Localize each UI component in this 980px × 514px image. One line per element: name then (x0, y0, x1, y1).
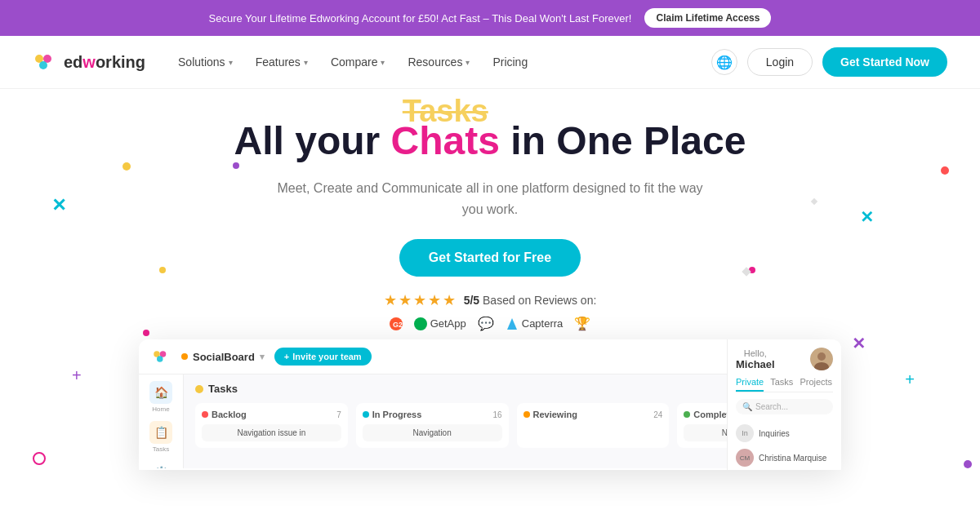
sidebar-item-home[interactable]: 🏠 Home (149, 381, 172, 413)
app-content: 🏠 Home 📋 Tasks ⚙️ Tasks (139, 374, 841, 468)
hero-animated-word: Tasks Chats (391, 118, 500, 163)
deco-dot-3 (159, 267, 166, 273)
panel-search[interactable]: 🔍 Search... (736, 399, 833, 414)
banner-text: Secure Your Lifetime Edworking Account f… (209, 12, 632, 24)
nav-resources[interactable]: Resources ▾ (408, 55, 470, 69)
nav-features[interactable]: Features ▾ (256, 55, 308, 69)
hello-panel: Hello, Michael Private Tasks Project (727, 374, 841, 468)
review-g2: G2 (390, 317, 403, 330)
svg-point-2 (39, 61, 47, 69)
deco-dot-5 (941, 166, 949, 175)
svg-point-5 (414, 317, 427, 330)
navbar: edworking Solutions ▾ Features ▾ Compare… (0, 36, 980, 89)
search-mini-icon: 🔍 (742, 402, 752, 411)
workspace-dot (181, 353, 188, 360)
compare-chevron: ▾ (381, 58, 385, 67)
chat-item-christina[interactable]: CM Christina Marquise (736, 445, 833, 468)
resources-chevron: ▾ (466, 58, 470, 67)
task-column-backlog: Backlog 7 Navigation issue in (195, 403, 348, 448)
star-rating: ★★★★★ (384, 291, 457, 309)
hero-cta-button[interactable]: Get Started for Free (399, 239, 581, 277)
deco-dot-1 (122, 162, 131, 171)
sidebar-item-tasks[interactable]: 📋 Tasks (149, 421, 172, 453)
solutions-chevron: ▾ (229, 58, 233, 67)
language-button[interactable]: 🌐 (711, 49, 737, 75)
christina-avatar: CM (736, 449, 754, 467)
hero-prefix: All your (234, 119, 381, 162)
deco-dot-7 (964, 460, 972, 468)
hero-section: ✕ + ✕ ✕ + ✕ All your Tasks Chats in One … (0, 89, 980, 486)
inquiries-avatar: In (736, 424, 754, 442)
svg-point-9 (157, 357, 163, 363)
login-button[interactable]: Login (747, 48, 813, 76)
deco-x-4: ✕ (852, 334, 866, 353)
backlog-card: Navigation issue in (202, 424, 341, 441)
workspace-chevron: ▾ (260, 352, 265, 362)
app-logo-mini (152, 349, 172, 364)
tab-private[interactable]: Private (736, 377, 764, 392)
nav-actions: 🌐 Login Get Started Now (711, 47, 947, 77)
review-producthunt: 🏆 (574, 316, 590, 331)
g2-icon: G2 (390, 317, 403, 330)
getapp-icon (414, 317, 427, 330)
deco-dot-6 (749, 267, 755, 273)
nav-pricing[interactable]: Pricing (492, 55, 528, 69)
svg-marker-6 (507, 318, 517, 330)
tasks-title: Tasks (195, 383, 238, 395)
hero-title: All your Tasks Chats in One Place (16, 118, 964, 163)
app-preview: SocialBoard ▾ + Invite your team 🔍 + 🔔 🏠… (139, 339, 841, 470)
top-banner: Secure Your Lifetime Edworking Account f… (0, 0, 980, 36)
logo-text: edworking (64, 53, 145, 72)
tasks-dot (195, 385, 203, 393)
inprogress-card: Navigation (363, 424, 502, 441)
review-capterra: Capterra (506, 317, 564, 330)
nav-solutions[interactable]: Solutions ▾ (178, 55, 233, 69)
get-started-nav-button[interactable]: Get Started Now (822, 47, 947, 77)
task-column-inprogress: In Progress 16 Navigation (356, 403, 509, 448)
tab-projects[interactable]: Projects (800, 377, 832, 392)
review-getapp: GetApp (414, 317, 466, 330)
review-trustpilot: 💬 (478, 316, 494, 331)
reviews-row: ★★★★★ 5/5 Based on Reviews on: (16, 291, 964, 309)
deco-plus-1: + (72, 366, 82, 385)
rating-text: 5/5 Based on Reviews on: (464, 294, 597, 307)
tab-tasks[interactable]: Tasks (770, 377, 793, 392)
tasks-icon: 📋 (154, 426, 168, 439)
invite-team-button[interactable]: + Invite your team (274, 348, 372, 366)
logo[interactable]: edworking (33, 52, 145, 72)
globe-icon: 🌐 (716, 55, 733, 70)
workspace-name: SocialBoard ▾ (181, 351, 265, 363)
capterra-icon (506, 317, 519, 330)
trustpilot-icon: 💬 (478, 316, 494, 331)
hero-subtitle: Meet, Create and Communicate all in one … (16, 178, 964, 219)
deco-circle-1 (33, 452, 46, 465)
home-icon: 🏠 (154, 386, 168, 399)
backlog-dot (202, 411, 208, 418)
hero-suffix: in One Place (510, 119, 746, 162)
nav-links: Solutions ▾ Features ▾ Compare ▾ Resourc… (178, 55, 711, 69)
settings-icon: ⚙️ (154, 466, 168, 468)
plus-icon: + (284, 352, 289, 361)
inprogress-dot (363, 411, 369, 418)
panel-tabs: Private Tasks Projects (736, 377, 833, 392)
app-sidebar: 🏠 Home 📋 Tasks ⚙️ (139, 374, 184, 468)
claim-access-button[interactable]: Claim Lifetime Access (644, 8, 771, 28)
task-column-reviewing: Reviewing 24 (517, 403, 670, 448)
completed-dot (684, 411, 690, 418)
sidebar-item-settings[interactable]: ⚙️ (149, 461, 172, 468)
features-chevron: ▾ (304, 58, 308, 67)
review-sources: G2 GetApp 💬 Capterra 🏆 (16, 316, 964, 331)
chat-item-inquiries[interactable]: In Inquiries (736, 421, 833, 445)
svg-text:G2: G2 (393, 321, 403, 329)
hero-strikethrough-word: Tasks (403, 94, 488, 130)
reviewing-dot (523, 411, 530, 418)
deco-diamond-1 (742, 267, 751, 276)
deco-dot-4 (233, 162, 239, 169)
nav-compare[interactable]: Compare ▾ (331, 55, 385, 69)
logo-icon (33, 52, 59, 72)
deco-plus-2: + (905, 370, 915, 389)
producthunt-icon: 🏆 (574, 316, 590, 331)
